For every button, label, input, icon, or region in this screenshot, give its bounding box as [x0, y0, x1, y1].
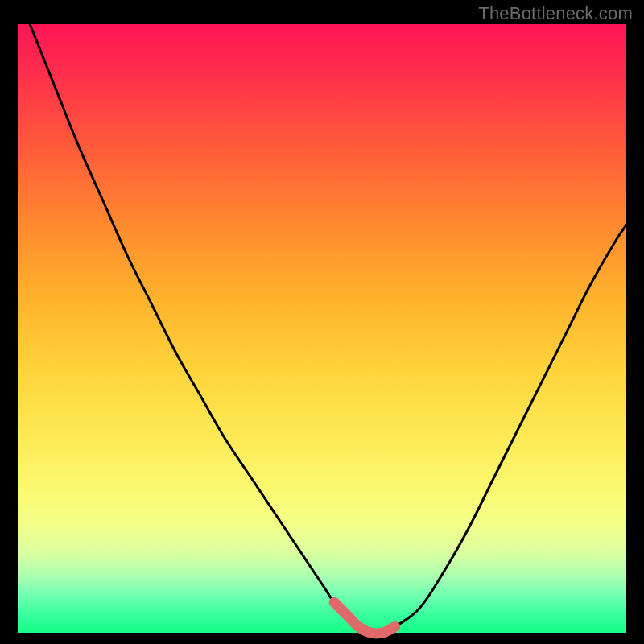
chart-frame: TheBottleneck.com [0, 0, 644, 644]
watermark-text: TheBottleneck.com [478, 3, 633, 24]
highlight-segment-path [334, 602, 395, 634]
plot-area [18, 24, 626, 633]
curve-svg [18, 24, 626, 633]
bottleneck-curve-path [30, 24, 626, 634]
